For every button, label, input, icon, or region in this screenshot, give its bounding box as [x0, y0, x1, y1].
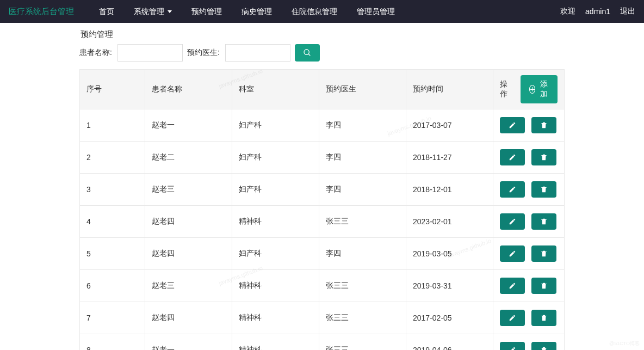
- patient-name-input[interactable]: [117, 44, 183, 62]
- cell-dept: 妇产科: [232, 142, 319, 174]
- table-row: 5赵老四妇产科李四2019-03-05: [80, 238, 565, 270]
- cell-seq: 5: [80, 238, 145, 270]
- doctor-input[interactable]: [225, 44, 290, 62]
- cell-dept: 精神科: [232, 270, 319, 302]
- cell-ops: [493, 334, 565, 351]
- nav-item-label: 系统管理: [134, 0, 164, 23]
- ops-label: 操作: [500, 79, 511, 99]
- cell-time: 2019-03-05: [406, 238, 493, 270]
- cell-time: 2018-12-01: [406, 174, 493, 206]
- plus-icon: [529, 85, 535, 94]
- nav-menu: 首页系统管理预约管理病史管理住院信息管理管理员管理: [89, 0, 560, 23]
- nav-item-1[interactable]: 系统管理: [124, 0, 182, 23]
- main-container: 预约管理 患者名称: 预约医生: 序号 患者名称 科室 预约医生 预约时间 操作: [0, 23, 644, 350]
- cell-patient: 赵老三: [145, 174, 232, 206]
- pencil-icon: [509, 186, 516, 193]
- table-row: 8赵老一精神科张三三2019-04-06: [80, 334, 565, 351]
- cell-seq: 4: [80, 206, 145, 238]
- delete-button[interactable]: [531, 117, 556, 133]
- trash-icon: [540, 121, 548, 129]
- delete-button[interactable]: [531, 342, 556, 350]
- nav-item-0[interactable]: 首页: [89, 0, 124, 23]
- cell-doctor: 李四: [319, 174, 406, 206]
- cell-doctor: 张三三: [319, 206, 406, 238]
- cell-time: 2018-11-27: [406, 142, 493, 174]
- delete-button[interactable]: [531, 181, 556, 198]
- nav-item-label: 首页: [99, 0, 114, 23]
- cell-patient: 赵老四: [145, 302, 232, 334]
- username-text: admin1: [585, 7, 610, 16]
- delete-button[interactable]: [531, 310, 556, 326]
- delete-button[interactable]: [531, 213, 556, 230]
- cell-ops: [493, 174, 565, 206]
- cell-doctor: 李四: [319, 238, 406, 270]
- cell-doctor: 张三三: [319, 302, 406, 334]
- cell-dept: 精神科: [232, 302, 319, 334]
- navbar: 医疗系统后台管理 首页系统管理预约管理病史管理住院信息管理管理员管理 欢迎 ad…: [0, 0, 644, 23]
- chevron-down-icon: [168, 10, 172, 13]
- pencil-icon: [509, 314, 516, 322]
- cell-time: 2019-04-06: [406, 334, 493, 351]
- edit-button[interactable]: [500, 310, 525, 326]
- nav-item-label: 管理员管理: [357, 0, 395, 23]
- pencil-icon: [509, 121, 516, 129]
- table-header-row: 序号 患者名称 科室 预约医生 预约时间 操作 添加: [80, 70, 565, 109]
- col-patient: 患者名称: [145, 70, 232, 109]
- pencil-icon: [509, 218, 516, 225]
- cell-patient: 赵老四: [145, 238, 232, 270]
- cell-seq: 6: [80, 270, 145, 302]
- welcome-text: 欢迎: [560, 7, 575, 16]
- edit-button[interactable]: [500, 213, 525, 230]
- cell-dept: 妇产科: [232, 109, 319, 142]
- col-doctor: 预约医生: [319, 70, 406, 109]
- cell-patient: 赵老二: [145, 142, 232, 174]
- edit-button[interactable]: [500, 245, 525, 262]
- add-button[interactable]: 添加: [521, 75, 558, 103]
- nav-item-4[interactable]: 住院信息管理: [282, 0, 347, 23]
- edit-button[interactable]: [500, 149, 525, 165]
- edit-button[interactable]: [500, 117, 525, 133]
- logout-link[interactable]: 退出: [620, 7, 635, 16]
- cell-patient: 赵老四: [145, 206, 232, 238]
- trash-icon: [540, 186, 548, 193]
- trash-icon: [540, 314, 548, 322]
- cell-ops: [493, 270, 565, 302]
- trash-icon: [540, 153, 548, 161]
- nav-item-label: 住院信息管理: [292, 0, 337, 23]
- cell-time: 2019-03-31: [406, 270, 493, 302]
- nav-item-5[interactable]: 管理员管理: [347, 0, 405, 23]
- cell-ops: [493, 206, 565, 238]
- search-button[interactable]: [295, 44, 320, 62]
- edit-button[interactable]: [500, 181, 525, 198]
- edit-button[interactable]: [500, 278, 525, 294]
- col-seq: 序号: [80, 70, 145, 109]
- trash-icon: [540, 282, 548, 290]
- delete-button[interactable]: [531, 245, 556, 262]
- table-row: 6赵老三精神科张三三2019-03-31: [80, 270, 565, 302]
- table-row: 2赵老二妇产科李四2018-11-27: [80, 142, 565, 174]
- nav-item-2[interactable]: 预约管理: [182, 0, 232, 23]
- table-body: 1赵老一妇产科李四2017-03-072赵老二妇产科李四2018-11-273赵…: [80, 109, 565, 351]
- nav-right: 欢迎 admin1 退出: [560, 7, 640, 16]
- cell-seq: 8: [80, 334, 145, 351]
- table-row: 7赵老四精神科张三三2017-02-05: [80, 302, 565, 334]
- delete-button[interactable]: [531, 149, 556, 165]
- cell-seq: 1: [80, 109, 145, 142]
- edit-button[interactable]: [500, 342, 525, 350]
- cell-ops: [493, 142, 565, 174]
- delete-button[interactable]: [531, 278, 556, 294]
- page-title: 预约管理: [79, 29, 565, 40]
- nav-item-3[interactable]: 病史管理: [232, 0, 282, 23]
- nav-item-label: 病史管理: [242, 0, 272, 23]
- pencil-icon: [509, 153, 516, 161]
- patient-name-label: 患者名称:: [79, 48, 112, 58]
- cell-ops: [493, 302, 565, 334]
- cell-doctor: 李四: [319, 109, 406, 142]
- cell-time: 2017-02-05: [406, 302, 493, 334]
- svg-line-1: [308, 54, 310, 56]
- pencil-icon: [509, 346, 516, 350]
- cell-patient: 赵老三: [145, 270, 232, 302]
- svg-point-0: [304, 50, 309, 54]
- cell-seq: 7: [80, 302, 145, 334]
- appointments-table: 序号 患者名称 科室 预约医生 预约时间 操作 添加 1赵老一妇产科李四2017…: [79, 69, 565, 350]
